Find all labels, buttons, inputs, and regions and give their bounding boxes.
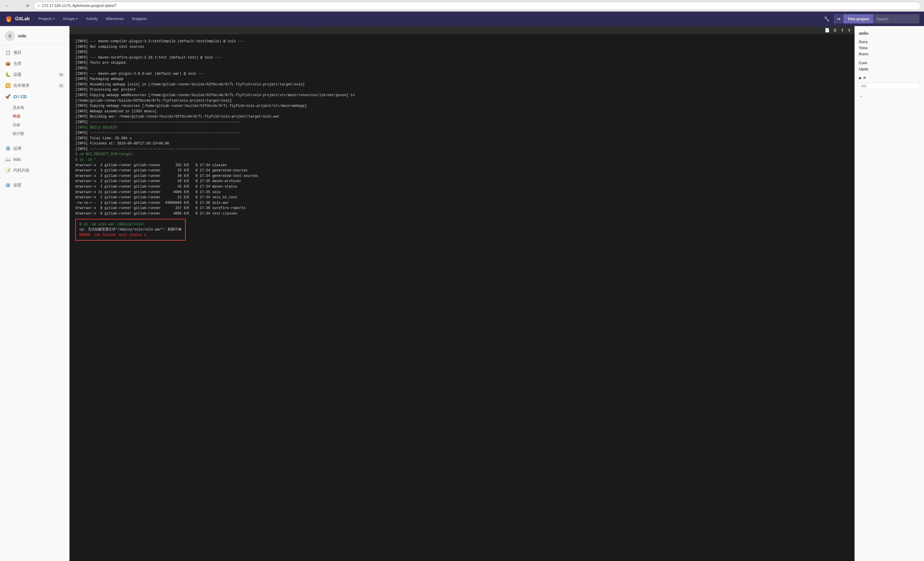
runner-label: Runn xyxy=(859,52,876,56)
topnav-right: +▾ This project xyxy=(834,14,920,24)
arrow-section: → xyxy=(859,94,920,99)
terminal-line: [INFO] Finished at: 2018-08-08T17:36:33+… xyxy=(75,141,849,147)
snippets-label: Snippets xyxy=(132,16,147,21)
gitlab-fox-icon xyxy=(4,15,13,23)
sidebar-label-ops: 运维 xyxy=(14,146,21,151)
top-navbar: GitLab Projects ▾ Groups ▾ Activity Mile… xyxy=(0,12,924,26)
time-label: Time xyxy=(859,46,876,50)
merge-badge: 0 xyxy=(58,84,64,88)
sidebar-item-jobs[interactable]: 作业 xyxy=(13,112,69,121)
file-icon[interactable]: 📄 xyxy=(825,28,830,32)
terminal-line: drwxrwxr-x 11 gitlab-runner gitlab-runne… xyxy=(75,190,849,195)
projects-menu[interactable]: Projects ▾ xyxy=(34,12,59,26)
sidebar-label-issues: 议题 xyxy=(14,72,21,77)
terminal-line: [INFO] Not compiling test sources xyxy=(75,44,849,50)
terminal-line: drwxrwxr-x 3 gitlab-runner gitlab-runner… xyxy=(75,184,849,190)
terminal-line: [INFO] --- maven-surefire-plugin:2.18.1:… xyxy=(75,55,849,60)
activity-link[interactable]: Activity xyxy=(82,12,102,26)
sidebar-label-project: 项目 xyxy=(14,50,21,55)
trash-icon[interactable]: 🗑 xyxy=(833,28,837,32)
terminal-cmd-ls: $ ls -ld * xyxy=(75,157,849,163)
browser-bar: ← → ⟳ ⚠ 172.17.100.11/TL-flyfish/solo-pr… xyxy=(0,0,924,12)
terminal-toolbar: 📄 🗑 ⬆ ⬇ xyxy=(69,26,855,34)
right-panel-title: solo- xyxy=(859,31,920,36)
sidebar-item-cicd[interactable]: 🚀 CI / CD xyxy=(0,91,69,102)
commit-row: Com xyxy=(859,61,920,65)
error-block: $ cp -ap solo.war /deploy/solo/ cp: 无法创建… xyxy=(75,219,186,241)
projects-label: Projects xyxy=(39,16,52,21)
terminal-line: [INFO] --- maven-war-plugin:3.0.0:war (d… xyxy=(75,71,849,77)
gitlab-brand-label: GitLab xyxy=(15,16,30,21)
wiki-icon: 📖 xyxy=(5,157,10,162)
pipeline-label: P xyxy=(864,76,881,80)
forward-button[interactable]: → xyxy=(14,2,22,9)
reload-button[interactable]: ⟳ xyxy=(24,2,31,9)
sidebar-item-charts[interactable]: 统计图 xyxy=(13,129,69,138)
sidebar-item-repo[interactable]: 📦 仓库 xyxy=(0,58,69,69)
milestones-link[interactable]: Milestones xyxy=(102,12,128,26)
terminal-line: [INFO] xyxy=(75,66,849,71)
terminal-line: [INFO] ---------------------------------… xyxy=(75,120,849,125)
terminal-line: [INFO] Packaging webapp xyxy=(75,76,849,82)
terminal-line: [INFO] Webapp assembled in [1303 msecs] xyxy=(75,109,849,114)
main-content: 📄 🗑 ⬆ ⬇ [INFO] --- maven-compiler-plugin… xyxy=(69,26,855,561)
cicd-icon: 🚀 xyxy=(5,94,10,99)
terminal-cmd-cd: $ cd $CI_PROJECT_DIR/target/ xyxy=(75,152,849,157)
terminal-build-success: [INFO] BUILD SUCCESS xyxy=(75,125,849,130)
update-row: Upda xyxy=(859,67,920,71)
download-icon[interactable]: ⬇ xyxy=(848,28,851,32)
sidebar-item-wiki[interactable]: 📖 Wiki xyxy=(0,154,69,165)
sidebar-label-repo: 仓库 xyxy=(14,61,21,66)
terminal-output: [INFO] --- maven-compiler-plugin:3.3:tes… xyxy=(69,34,855,561)
sidebar-divider-2 xyxy=(0,178,69,178)
new-item-button[interactable]: +▾ xyxy=(834,14,844,24)
terminal-line: [INFO] xyxy=(75,50,849,55)
sidebar-item-ops[interactable]: ⚙️ 运维 xyxy=(0,143,69,154)
back-button[interactable]: ← xyxy=(3,2,12,9)
terminal-line: [INFO] Total time: 20.304 s xyxy=(75,136,849,141)
terminal-line: drwxrwxr-x 3 gitlab-runner gitlab-runner… xyxy=(75,173,849,179)
sidebar-item-project[interactable]: 📋 项目 xyxy=(0,47,69,58)
sidebar: S solo 📋 项目 📦 仓库 🐛 议题 0 🔀 合并请求 xyxy=(0,26,69,561)
error-msg: cp: 无法创建普通文件"/deploy/solo/solo.war": 权限不… xyxy=(80,227,182,232)
issues-badge: 0 xyxy=(58,73,64,77)
terminal-line: [INFO] ---------------------------------… xyxy=(75,130,849,136)
upload-icon[interactable]: ⬆ xyxy=(841,28,844,32)
commit-label: Com xyxy=(859,61,876,65)
sidebar-item-settings[interactable]: ⚙️ 设置 xyxy=(0,180,69,191)
terminal-line: [INFO] Tests are skipped. xyxy=(75,60,849,66)
terminal-line: -rw-rw-r-- 1 gitlab-runner gitlab-runner… xyxy=(75,200,849,206)
url-bar[interactable]: ⚠ 172.17.100.11/TL-flyfish/solo-project/… xyxy=(34,2,921,10)
search-input[interactable] xyxy=(873,14,920,24)
terminal-line: [INFO] Copying webapp resources [/home/g… xyxy=(75,104,849,109)
sidebar-label-wiki: Wiki xyxy=(14,157,21,162)
sidebar-label-cicd: CI / CD xyxy=(14,94,27,99)
this-project-button[interactable]: This project xyxy=(843,14,873,24)
ops-icon: ⚙️ xyxy=(5,146,10,151)
error-cmd: $ cp -ap solo.war /deploy/solo/ xyxy=(80,222,182,227)
sidebar-item-pipelines[interactable]: 流水线 xyxy=(13,104,69,112)
arrow-icon: → xyxy=(859,94,863,99)
sidebar-user: S solo xyxy=(0,26,69,45)
gitlab-logo[interactable]: GitLab xyxy=(4,15,31,23)
terminal-line: drwxrwxr-x 2 gitlab-runner gitlab-runner… xyxy=(75,195,849,200)
groups-menu[interactable]: Groups ▾ xyxy=(59,12,82,26)
snippets-link[interactable]: Snippets xyxy=(128,12,151,26)
sidebar-label-settings: 设置 xyxy=(14,183,21,188)
avatar: S xyxy=(4,31,15,41)
sidebar-item-issues[interactable]: 🐛 议题 0 xyxy=(0,69,69,80)
runner-row: Runn xyxy=(859,52,920,56)
build-search-input[interactable] xyxy=(859,82,920,90)
settings-icon: ⚙️ xyxy=(5,183,10,188)
wrench-icon[interactable]: 🔧 xyxy=(820,12,834,26)
sidebar-item-schedules[interactable]: 日程 xyxy=(13,121,69,129)
sidebar-nav: 📋 项目 📦 仓库 🐛 议题 0 🔀 合并请求 0 🚀 xyxy=(0,45,69,193)
sidebar-item-snippets[interactable]: 📝 代码片段 xyxy=(0,165,69,176)
terminal-line: [INFO] --- maven-compiler-plugin:3.3:tes… xyxy=(75,39,849,44)
duration-label: Dura xyxy=(859,40,876,44)
topnav-links: Projects ▾ Groups ▾ Activity Milestones … xyxy=(34,12,151,26)
terminal-line: [INFO] Assembling webapp [solo] in [/hom… xyxy=(75,82,849,87)
time-row: Time xyxy=(859,46,920,50)
sidebar-item-merge[interactable]: 🔀 合并请求 0 xyxy=(0,80,69,91)
pipeline-status-dot xyxy=(859,77,861,80)
